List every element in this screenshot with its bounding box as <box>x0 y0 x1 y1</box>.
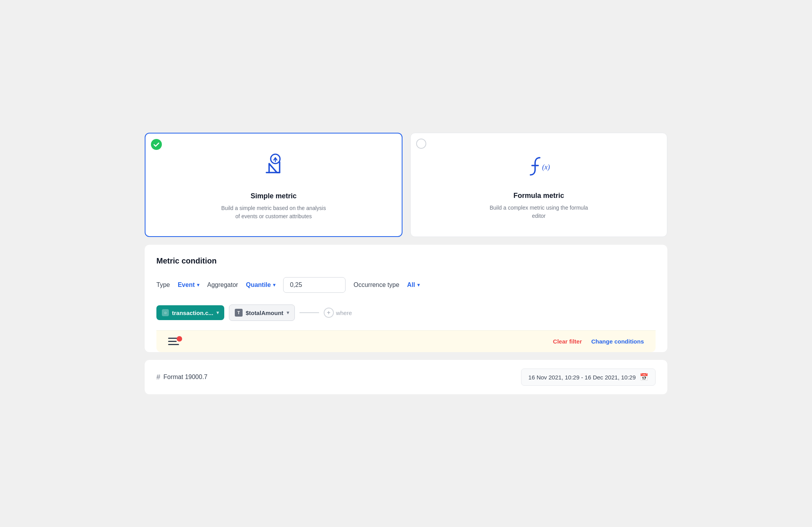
formula-metric-title: Formula metric <box>513 192 564 200</box>
aggregator-label: Aggregator <box>207 281 238 288</box>
svg-text:(x): (x) <box>542 163 550 171</box>
selected-check-icon <box>151 139 162 150</box>
unselected-radio-icon <box>416 139 426 149</box>
simple-metric-desc: Build a simple metric based on the analy… <box>219 204 328 221</box>
alert-bar: Clear filter Change conditions <box>156 330 656 352</box>
aggregator-value: Quantile <box>246 281 271 288</box>
occurrence-type-label: Occurrence type <box>353 281 399 288</box>
condition-controls-row: Type Event ▾ Aggregator Quantile ▾ Occur… <box>156 277 656 293</box>
event-name: transaction.c... <box>172 310 213 316</box>
simple-metric-title: Simple metric <box>250 192 296 200</box>
format-label: Format 19000.7 <box>163 374 207 381</box>
type-value: Event <box>178 281 195 288</box>
field-name: $totalAmount <box>246 310 284 316</box>
format-display: # Format 19000.7 <box>156 373 207 381</box>
calendar-icon: 📅 <box>640 373 648 381</box>
date-range-text: 16 Nov 2021, 10:29 - 16 Dec 2021, 10:29 <box>528 374 636 381</box>
footer-section: # Format 19000.7 16 Nov 2021, 10:29 - 16… <box>145 360 667 394</box>
condition-section-title: Metric condition <box>156 256 656 265</box>
connector-line <box>300 312 319 313</box>
change-conditions-button[interactable]: Change conditions <box>591 338 644 345</box>
event-dropdown[interactable]: ○ transaction.c... ▾ <box>156 305 224 320</box>
quantile-input[interactable] <box>283 277 346 293</box>
field-chevron-icon: ▾ <box>287 310 289 315</box>
event-chevron-icon: ▾ <box>216 310 219 315</box>
type-label: Type <box>156 281 170 288</box>
metric-type-section: Simple metric Build a simple metric base… <box>145 133 667 237</box>
type-chevron-icon: ▾ <box>197 282 199 288</box>
where-label: where <box>336 310 352 316</box>
svg-point-0 <box>151 139 162 150</box>
format-hash-icon: # <box>156 373 160 381</box>
date-range-picker[interactable]: 16 Nov 2021, 10:29 - 16 Dec 2021, 10:29 … <box>521 369 656 386</box>
event-type-icon: ○ <box>162 309 169 316</box>
type-dropdown[interactable]: Event ▾ <box>178 281 200 288</box>
formula-metric-card[interactable]: (x) Formula metric Build a complex metri… <box>410 133 667 237</box>
metric-condition-section: Metric condition Type Event ▾ Aggregator… <box>145 245 667 352</box>
clear-filter-button[interactable]: Clear filter <box>553 338 582 345</box>
field-dropdown[interactable]: T $totalAmount ▾ <box>229 304 295 321</box>
simple-metric-card[interactable]: Simple metric Build a simple metric base… <box>145 133 402 237</box>
alert-icon <box>168 338 180 345</box>
formula-metric-icon: (x) <box>521 149 557 184</box>
where-plus-icon: + <box>324 308 334 318</box>
occurrence-type-value: All <box>407 281 415 288</box>
occurrence-chevron-icon: ▾ <box>417 282 420 288</box>
where-button[interactable]: + where <box>324 308 352 318</box>
aggregator-dropdown[interactable]: Quantile ▾ <box>246 281 275 288</box>
occurrence-type-dropdown[interactable]: All ▾ <box>407 281 420 288</box>
aggregator-chevron-icon: ▾ <box>273 282 275 288</box>
alert-actions: Clear filter Change conditions <box>553 338 644 345</box>
simple-metric-icon <box>256 149 291 184</box>
filter-row: ○ transaction.c... ▾ T $totalAmount ▾ + … <box>156 304 656 330</box>
formula-metric-desc: Build a complex metric using the formula… <box>484 204 594 220</box>
field-type-icon: T <box>235 309 243 317</box>
